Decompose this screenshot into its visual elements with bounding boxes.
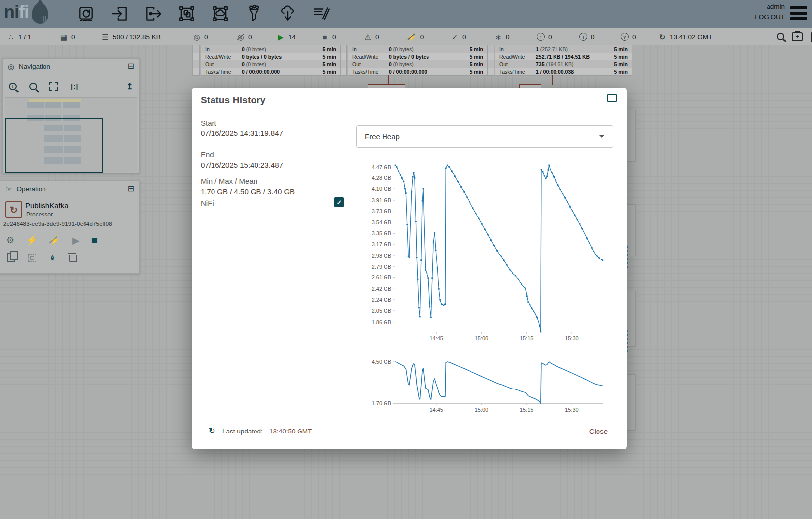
logo-text-fi: fi [19, 2, 29, 23]
minimap-viewport[interactable] [5, 118, 103, 173]
maximize-dialog-icon[interactable] [607, 94, 617, 102]
status-item-value: 500 / 132.85 KB [113, 33, 161, 41]
svg-text:1.86 GB: 1.86 GB [372, 319, 391, 325]
processor-icon[interactable] [77, 4, 95, 24]
svg-text:2.24 GB: 2.24 GB [372, 297, 391, 303]
zoom-in-icon[interactable]: + [9, 83, 17, 90]
locally-modified-stale-icon: ! [579, 33, 587, 41]
status-item-invalid: ⚠0 [364, 28, 379, 45]
navigation-panel-title: Navigation [19, 63, 50, 70]
status-item-value: 0 [332, 33, 336, 41]
stat-row: Read/Write0 bytes / 0 bytes5 min [201, 53, 340, 60]
component-partial [626, 374, 636, 431]
svg-text:2.61 GB: 2.61 GB [372, 274, 391, 280]
zoom-actual-size-icon[interactable]: |:| [71, 83, 79, 90]
stat-row: Tasks/Time0 / 00:00:00.0005 min [201, 68, 340, 75]
connection-line[interactable] [388, 75, 389, 85]
process-group-icon[interactable] [177, 4, 196, 24]
copy-icon[interactable] [7, 253, 15, 262]
processor-edge-partial [340, 45, 347, 76]
last-updated-value: 13:40:50 GMT [269, 428, 312, 435]
svg-text:15:00: 15:00 [475, 407, 489, 413]
remote-process-group-icon[interactable] [211, 4, 230, 24]
close-dialog-button[interactable]: Close [589, 427, 608, 435]
stat-row: Read/Write0 bytes / 0 bytes5 min [348, 53, 487, 60]
svg-text:14:45: 14:45 [429, 407, 443, 413]
svg-text:3.54 GB: 3.54 GB [372, 219, 391, 225]
zoom-out-icon[interactable]: – [29, 83, 37, 90]
status-item-cluster: ∴1 / 1 [7, 28, 31, 45]
template-icon[interactable] [278, 4, 297, 24]
enable-lightning-icon[interactable]: ⚡ [26, 236, 37, 245]
user-area: admin LOG OUT [755, 3, 785, 21]
processor-edge-partial [487, 45, 494, 76]
status-item-value: 0 [591, 33, 595, 41]
stale-icon: ↑ [537, 33, 545, 41]
global-menu-button[interactable] [790, 6, 807, 23]
leave-group-icon[interactable]: ↥ [126, 81, 133, 92]
component-toolbar [77, 4, 331, 24]
svg-text:4.28 GB: 4.28 GB [372, 175, 391, 181]
stat-row: Out735(194.51 KB)5 min [495, 60, 632, 68]
end-value: 07/16/2025 15:40:23.487 [201, 161, 283, 169]
processor-stats-table: In0(0 bytes)5 minRead/Write0 bytes / 0 b… [201, 45, 341, 76]
svg-text:3.73 GB: 3.73 GB [372, 208, 391, 214]
up-to-date-icon: ✓ [451, 33, 459, 41]
stat-row: Out0(0 bytes)5 min [348, 60, 487, 68]
collapse-panel-icon[interactable]: ⊟ [128, 62, 134, 70]
logout-link[interactable]: LOG OUT [755, 13, 785, 21]
start-icon[interactable]: ▶ [72, 236, 80, 245]
start-label: Start [201, 119, 216, 127]
flow-minimap[interactable] [5, 97, 137, 172]
output-port-icon[interactable] [144, 4, 163, 24]
metric-selector[interactable]: Free Heap [356, 125, 613, 148]
end-label: End [201, 150, 214, 159]
stop-icon[interactable]: ■ [91, 235, 98, 246]
refresh-icon[interactable]: ↻ [658, 33, 666, 41]
status-item-locally-modified: ∗0 [494, 28, 510, 45]
stat-row: Tasks/Time0 / 00:00:00.0005 min [348, 68, 487, 75]
chevron-down-icon [599, 135, 605, 138]
min-max-mean-value: 1.70 GB / 4.50 GB / 3.40 GB [201, 187, 295, 196]
navigation-controls: + – |:| ↥ [9, 81, 133, 92]
search-icon[interactable] [777, 33, 784, 40]
component-partial [626, 110, 636, 162]
invalid-icon: ⚠ [364, 33, 372, 41]
status-item-value: 0 [248, 33, 252, 41]
operation-panel: ☞ Operation ⊟ ↻ PublishKafka Processor 2… [0, 181, 140, 274]
color-brush-icon[interactable]: ✒ [48, 254, 57, 261]
label-icon[interactable] [312, 4, 331, 24]
status-item-stopped: ■0 [321, 28, 336, 45]
group-selection-icon[interactable] [28, 254, 36, 262]
status-bar: ↻ 13:41:02 GMT ∴1 / 1▦0☰500 / 132.85 KB◎… [0, 28, 812, 45]
minimap-component [45, 102, 61, 108]
sync-failure-icon: ? [621, 33, 629, 41]
status-item-value: 1 / 1 [18, 33, 31, 41]
connection-line[interactable] [552, 75, 553, 85]
disable-lightning-icon[interactable]: ⚡ [49, 236, 60, 245]
zoom-fit-icon[interactable] [49, 82, 58, 91]
delete-icon[interactable] [69, 255, 77, 262]
logo-text-ni: ni [4, 2, 19, 23]
first-aid-icon[interactable] [792, 32, 803, 41]
statusbar-divider [768, 28, 768, 45]
locally-modified-icon: ∗ [494, 33, 502, 41]
refresh-chart-icon[interactable]: ↻ [209, 427, 215, 435]
statusbar-divider [808, 28, 808, 45]
collapse-panel-icon[interactable]: ⊟ [128, 185, 134, 193]
selected-component-type: Processor [26, 211, 53, 218]
status-item-value: 0 [548, 33, 552, 41]
stat-row: In1(252.71 KB)5 min [495, 45, 632, 53]
series-nifi-checkbox[interactable]: ✓ [334, 197, 344, 207]
funnel-icon[interactable] [245, 4, 263, 24]
svg-text:15:30: 15:30 [565, 407, 579, 413]
stat-row: In0(0 bytes)5 min [201, 45, 340, 53]
status-item-value: 0 [375, 33, 379, 41]
disabled-icon: ⚡ [407, 33, 417, 41]
configure-gear-icon[interactable]: ⚙ [6, 236, 14, 245]
input-port-icon[interactable] [110, 4, 129, 24]
svg-text:2.98 GB: 2.98 GB [372, 253, 391, 259]
stat-row: Out0(0 bytes)5 min [201, 60, 340, 68]
status-item-running: ▶14 [277, 28, 296, 45]
svg-text:15:30: 15:30 [565, 335, 579, 341]
